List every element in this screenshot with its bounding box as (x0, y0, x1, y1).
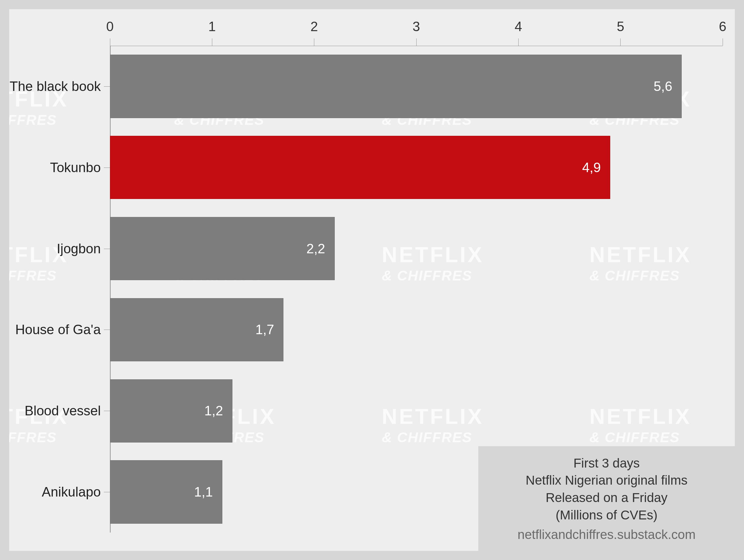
x-tick-mark (722, 38, 723, 46)
x-tick-mark (314, 38, 314, 46)
bar: 5,6 (110, 55, 682, 118)
chart-frame: NETFLIX& CHIFFRESNETFLIX& CHIFFRESNETFLI… (9, 9, 735, 551)
y-tick-label: Ijogbon (57, 241, 101, 256)
y-tick-label: Blood vessel (25, 403, 101, 418)
x-tick-label: 0 (106, 19, 114, 34)
chart-canvas: NETFLIX& CHIFFRESNETFLIX& CHIFFRESNETFLI… (9, 9, 735, 551)
axis-baseline (110, 46, 111, 532)
y-tick-mark (104, 411, 110, 411)
x-tick-label: 5 (617, 19, 624, 34)
x-tick-mark (212, 38, 212, 46)
bar-row: Blood vessel1,2 (110, 379, 722, 442)
x-tick-mark (620, 38, 621, 46)
legend-line-2: Netflix Nigerian original films (484, 472, 729, 489)
axis-top-line (110, 46, 722, 46)
y-tick-mark (104, 86, 110, 87)
bar: 1,1 (110, 460, 222, 523)
bar: 2,2 (110, 217, 335, 280)
y-tick-label: Anikulapo (42, 484, 101, 499)
x-tick-mark (416, 38, 417, 46)
bar-value-label: 1,1 (194, 484, 213, 499)
x-tick-label: 1 (208, 19, 216, 34)
bar-row: Tokunbo4,9 (110, 136, 722, 199)
bar-value-label: 4,9 (582, 160, 601, 175)
bar-row: Ijogbon2,2 (110, 217, 722, 280)
y-tick-label: The black book (10, 79, 101, 94)
y-tick-mark (104, 167, 110, 168)
y-tick-label: House of Ga'a (15, 322, 101, 337)
x-tick-label: 2 (310, 19, 318, 34)
bar: 4,9 (110, 136, 610, 199)
x-tick-label: 3 (413, 19, 420, 34)
bar: 1,2 (110, 379, 232, 442)
watermark: NETFLIX& CHIFFRES (9, 88, 68, 128)
bar-value-label: 5,6 (654, 79, 672, 94)
legend-line-1: First 3 days (484, 455, 729, 472)
x-tick-label: 6 (719, 19, 726, 34)
x-tick-label: 4 (515, 19, 522, 34)
bar-value-label: 2,2 (306, 241, 325, 256)
legend-source: netflixandchiffres.substack.com (484, 526, 729, 544)
bar-row: The black book5,6 (110, 55, 722, 118)
legend-box: First 3 days Netflix Nigerian original f… (478, 446, 735, 551)
y-tick-mark (104, 249, 110, 249)
x-axis-top: 0123456 (110, 22, 722, 40)
bar-value-label: 1,7 (255, 322, 274, 337)
legend-line-3: Released on a Friday (484, 489, 729, 507)
bar-value-label: 1,2 (204, 403, 223, 418)
x-tick-mark (518, 38, 519, 46)
x-tick-mark (110, 38, 110, 46)
bar-row: House of Ga'a1,7 (110, 298, 722, 361)
legend-line-4: (Millions of CVEs) (484, 507, 729, 524)
bar: 1,7 (110, 298, 284, 361)
y-tick-label: Tokunbo (50, 160, 101, 175)
